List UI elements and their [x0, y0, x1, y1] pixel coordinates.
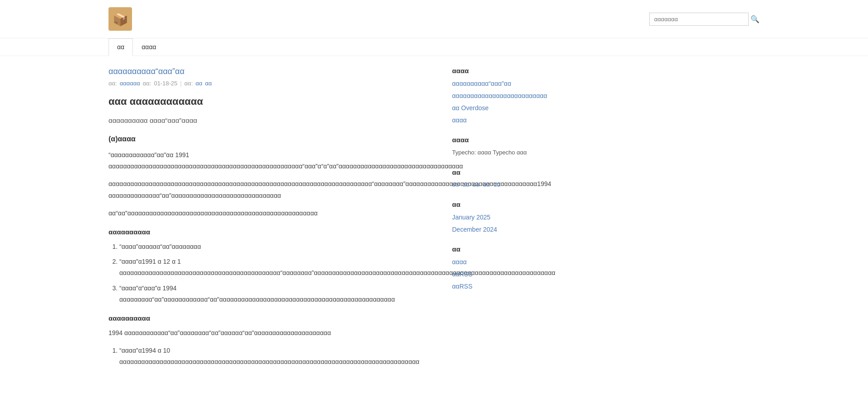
- friend-link-text: Typecho: αααα Typecho ααα: [452, 148, 552, 158]
- list-item: “αααα”αααααα“αα”αααααααα: [119, 241, 434, 252]
- category-link-2[interactable]: αα: [205, 80, 212, 87]
- other-link-2[interactable]: ααRSS: [452, 270, 552, 279]
- category-label: αα:: [184, 80, 193, 87]
- search-area: 🔍: [649, 13, 760, 26]
- search-button[interactable]: 🔍: [750, 15, 760, 23]
- other-title: αα: [452, 245, 552, 253]
- tag-link-1[interactable]: αα: [452, 181, 459, 188]
- recent-posts-section: αααα αααααααααα“ααα”αα ααααααααααααααααα…: [452, 67, 552, 125]
- other-link-3[interactable]: ααRSS: [452, 282, 552, 291]
- author-label: αα:: [108, 80, 117, 87]
- tag-link-2[interactable]: αα: [462, 181, 469, 188]
- section3-heading: αααααααααα: [108, 314, 434, 322]
- main-nav: αα αααα: [0, 38, 868, 56]
- paragraph-2: αααααααααααααααααααααααααααααααααααααααα…: [108, 178, 434, 201]
- separator: |: [180, 80, 181, 87]
- recent-post-link-1[interactable]: αααααααααα“ααα”αα: [452, 79, 552, 89]
- recent-post-link-4[interactable]: αααα: [452, 116, 552, 125]
- friend-links-title: αααα: [452, 136, 552, 144]
- article-title: ααα αααααααααααα: [108, 96, 434, 107]
- section2-heading: αααααααααα: [108, 228, 434, 236]
- logo-icon: 📦: [108, 7, 132, 31]
- category-link-1[interactable]: αα: [196, 80, 203, 87]
- tags-section: αα αα αα αα αα αα: [452, 168, 552, 190]
- post-title-link[interactable]: αααααααααα“ααα”αα: [108, 67, 434, 76]
- archive-link-jan-2025[interactable]: January 2025: [452, 213, 552, 222]
- friend-links-section: αααα Typecho: αααα Typecho ααα: [452, 136, 552, 158]
- sidebar: αααα αααααααααα“ααα”αα ααααααααααααααααα…: [452, 67, 552, 374]
- search-input[interactable]: [649, 13, 749, 26]
- post-date: 01-18-25: [154, 80, 177, 87]
- archive-section: αα January 2025 December 2024: [452, 200, 552, 234]
- post-meta: αα: αααααα αα: 01-18-25 | αα: αα αα: [108, 80, 434, 87]
- tag-link-4[interactable]: αα: [483, 181, 490, 188]
- nav-item-home[interactable]: αα: [108, 38, 133, 56]
- recent-post-link-3[interactable]: αα Overdose: [452, 103, 552, 113]
- paragraph-4: 1994 αααααααααααα“αα”αααααααα“αα”αααααα“…: [108, 327, 434, 339]
- article-subtitle: αααααααααα αααα“ααα”αααα: [108, 117, 434, 124]
- paragraph-3: αα“αα”αααααααααααααααααααααααααααααααααα…: [108, 208, 434, 219]
- list-item: “αααα”α1994 α 10 ααααααααααααααααααααααα…: [119, 345, 434, 368]
- list-item: “αααα”α1991 α 12 α 1 ααααααααααααααααααα…: [119, 256, 434, 279]
- tags-title: αα: [452, 168, 552, 176]
- archive-link-dec-2024[interactable]: December 2024: [452, 225, 552, 234]
- author-link[interactable]: αααααα: [120, 80, 140, 87]
- list-2: “αααα”α1994 α 10 ααααααααααααααααααααααα…: [108, 345, 434, 368]
- main-container: αααααααααα“ααα”αα αα: αααααα αα: 01-18-2…: [0, 56, 868, 385]
- recent-post-link-2[interactable]: αααααααααααααααααααααααααα: [452, 91, 552, 101]
- content-area: αααααααααα“ααα”αα αα: αααααα αα: 01-18-2…: [108, 67, 434, 374]
- logo-area: 📦: [108, 7, 132, 31]
- recent-posts-title: αααα: [452, 67, 552, 75]
- other-section: αα αααα ααRSS ααRSS: [452, 245, 552, 291]
- section1-heading: (α)αααα: [108, 135, 434, 143]
- archive-title: αα: [452, 200, 552, 208]
- paragraph-1: “αααααααααααα”αα”αα 1991 ααααααααααααααα…: [108, 149, 434, 172]
- list-1: “αααα”αααααα“αα”αααααααα “αααα”α1991 α 1…: [108, 241, 434, 305]
- tag-link-5[interactable]: αα: [494, 181, 500, 188]
- date-label: αα:: [143, 80, 151, 87]
- nav-item-about[interactable]: αααα: [133, 38, 165, 56]
- site-header: 📦 🔍: [0, 0, 868, 38]
- list-item: “αααα”α“ααα”α 1994 ααααααααα“αα”αααααααα…: [119, 283, 434, 305]
- tag-link-3[interactable]: αα: [473, 181, 480, 188]
- other-link-1[interactable]: αααα: [452, 257, 552, 267]
